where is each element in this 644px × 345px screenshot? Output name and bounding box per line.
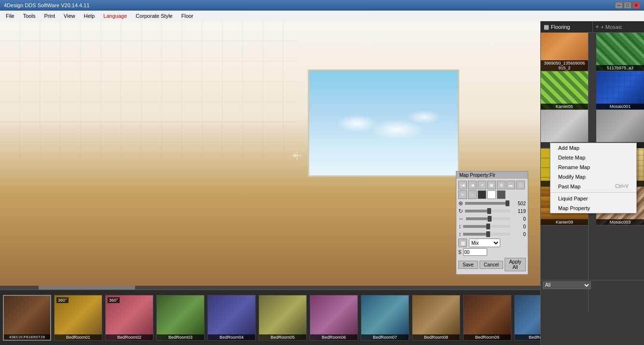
minimize-button[interactable]: ─: [615, 2, 623, 9]
mix-select[interactable]: Mix Standard Tile: [469, 239, 500, 247]
ctx-add-map[interactable]: Add Map: [550, 143, 636, 153]
material-label: Mosaic001: [596, 104, 644, 109]
map-grid4-btn[interactable]: ▦: [487, 181, 496, 189]
map-first-btn[interactable]: |◀: [458, 181, 467, 189]
map-grid-small-btn[interactable]: ⊞: [497, 181, 506, 189]
hflip-value: 0: [512, 216, 526, 222]
thumbnail-bedroom09[interactable]: BedRoom09: [463, 295, 511, 341]
mosaic-icon: +: [596, 24, 599, 30]
flooring-icon: ▦: [544, 24, 549, 30]
map-vflip-row2: ↕ 0: [458, 231, 526, 238]
vflip-slider2[interactable]: [463, 233, 510, 236]
menu-tools[interactable]: Tools: [19, 12, 40, 20]
map-close-btn[interactable]: ✕: [478, 181, 486, 189]
ctx-delete-map-label: Delete Map: [558, 155, 585, 160]
map-white-btn[interactable]: [487, 190, 496, 199]
thumbnail-bedroom03[interactable]: BedRoom03: [156, 295, 205, 341]
ctx-add-map-label: Add Map: [558, 145, 579, 151]
close-button[interactable]: ✕: [632, 2, 640, 9]
vflip-slider1[interactable]: [463, 225, 510, 228]
thumbnail-bedroom07[interactable]: BedRoom07: [361, 295, 409, 341]
ctx-rename-map[interactable]: Rename Map: [550, 162, 636, 172]
ctx-modify-map-label: Modify Map: [558, 174, 586, 180]
thumbnail-bedroom01[interactable]: 360° BedRoom01: [54, 295, 102, 341]
map-prev-btn[interactable]: ◀: [468, 181, 477, 189]
thumbnail-bedroom04[interactable]: BedRoom04: [207, 295, 256, 341]
menu-help[interactable]: Help: [80, 12, 99, 20]
ctx-past-map-label: Past Map: [558, 184, 580, 189]
ctx-map-property[interactable]: Map Property: [550, 203, 636, 213]
map-mix-row: ▦ Mix Standard Tile: [458, 239, 526, 247]
map-solid-btn[interactable]: [478, 190, 486, 199]
menubar: File Tools Print View Help Language Corp…: [0, 11, 644, 21]
thumbnail-label: BedRoom07: [361, 334, 409, 340]
map-mirror-h-btn[interactable]: ↔: [468, 190, 477, 199]
map-icon-row2: ↻ ↔: [458, 190, 526, 199]
rotate-slider[interactable]: [465, 210, 510, 212]
menu-language[interactable]: Language: [99, 12, 131, 20]
thumbnail-label: BedRoom08: [412, 334, 460, 340]
ctx-liquid-paper[interactable]: Liquid Paper: [550, 194, 636, 203]
material-label: 5117b975..a3: [596, 65, 644, 71]
ctx-map-property-label: Map Property: [558, 205, 590, 211]
ctx-modify-map[interactable]: Modify Map: [550, 172, 636, 182]
mosaic-label: + Mosaic: [601, 24, 622, 30]
vflip-value1: 0: [512, 224, 526, 229]
thumbnail-badge: 360°: [108, 297, 120, 303]
h-scrollbar-thumb[interactable]: [39, 286, 135, 290]
thumbnail-bedroom06[interactable]: BedRoom06: [310, 295, 358, 341]
mosaic-tab[interactable]: + + Mosaic: [593, 21, 644, 32]
map-hflip-row: ↔ 0: [458, 215, 526, 222]
material-item[interactable]: 3969050_135609006 915_2: [541, 33, 588, 71]
flooring-tab[interactable]: ▦ Flooring: [541, 21, 593, 32]
material-item[interactable]: Kanier05: [541, 71, 588, 110]
h-scrollbar[interactable]: [0, 286, 540, 290]
thumbnail-label: BedRoom: [515, 334, 540, 340]
all-filter-select[interactable]: All: [543, 281, 591, 289]
save-button[interactable]: Save: [458, 261, 478, 269]
thumbnail-hash[interactable]: 43EC2CFE1E6ST29: [3, 295, 51, 341]
material-label: Mosaic003: [596, 219, 644, 225]
material-item-mosaic[interactable]: Mosaic001: [596, 71, 644, 110]
zoom-slider[interactable]: [465, 202, 510, 205]
thumbnail-label: BedRoom03: [157, 334, 204, 340]
map-panel-title: Map Property:Flr: [456, 172, 528, 179]
cancel-button[interactable]: Cancel: [480, 261, 503, 269]
maximize-button[interactable]: □: [624, 2, 631, 9]
apply-all-button[interactable]: Apply All: [505, 258, 526, 271]
map-dark-btn[interactable]: [497, 190, 506, 199]
ctx-separator: [550, 192, 636, 193]
thumbnail-label: BedRoom09: [464, 334, 511, 340]
thumbnail-bedroom10[interactable]: BedRoom: [514, 295, 540, 341]
thumbnail-bedroom05[interactable]: BedRoom05: [259, 295, 307, 341]
hflip-slider[interactable]: [466, 217, 510, 220]
hflip-slider-icon: ↔: [458, 215, 464, 222]
menu-file[interactable]: File: [2, 12, 18, 20]
titlebar: 4Design DDS SoftWare V20.14.4.11 ─ □ ✕: [0, 0, 644, 11]
context-menu: Add Map Delete Map Rename Map Modify Map…: [550, 143, 637, 213]
map-vflip-row1: ↕ 0: [458, 223, 526, 230]
menu-corporate-style[interactable]: Corporate Style: [132, 12, 176, 20]
thumbnail-hash-label: 43EC2CFE1E6ST29: [4, 334, 50, 340]
thumbnail-bedroom02[interactable]: 360° BedRoom02: [105, 295, 153, 341]
map-grid-large-btn[interactable]: ▬: [507, 181, 515, 189]
ctx-past-map[interactable]: Past Map Ctrl+V: [550, 182, 636, 191]
map-rotate-btn[interactable]: ↻: [458, 190, 467, 199]
material-label: Kanier05: [541, 104, 588, 109]
dollar-input[interactable]: [463, 248, 487, 256]
titlebar-controls: ─ □ ✕: [615, 2, 640, 9]
menu-print[interactable]: Print: [40, 12, 59, 20]
ctx-delete-map[interactable]: Delete Map: [550, 153, 636, 162]
rotate-value: 119: [512, 209, 526, 214]
thumbnail-bedroom08[interactable]: BedRoom08: [412, 295, 460, 341]
material-item-mosaic[interactable]: 5117b975..a3: [596, 33, 644, 71]
ctx-liquid-paper-label: Liquid Paper: [558, 196, 588, 201]
map-action-row: Save Cancel Apply All: [458, 258, 526, 271]
map-extra-btn[interactable]: □: [516, 181, 525, 189]
vflip-slider-icon1: ↕: [458, 223, 461, 230]
zoom-value: 502: [512, 201, 526, 206]
menu-floor[interactable]: Floor: [178, 12, 197, 20]
menu-view[interactable]: View: [60, 12, 79, 20]
map-dollar-row: $: [458, 248, 526, 256]
window-area: [308, 69, 459, 177]
